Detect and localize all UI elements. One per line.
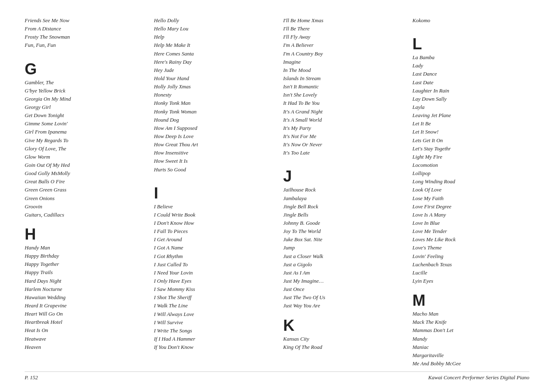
- list-item: Just a Closer Walk: [283, 252, 400, 261]
- top-songs: Hello DollyHello Mary LouHelpHelp Me Mak…: [154, 16, 271, 174]
- list-item: Mack The Knife: [413, 318, 530, 326]
- column-col3: I'll Be Home XmasI'll Be ThereI'll Fly A…: [283, 16, 400, 368]
- list-item: Goin Out Of My Hed: [25, 161, 142, 169]
- list-item: Imagine: [283, 58, 400, 66]
- top-songs: Kokomo: [413, 16, 530, 25]
- list-item: I'll Fly Away: [283, 33, 400, 41]
- list-item: Just My Imagine…: [283, 277, 400, 285]
- list-item: Heartbreak Hotel: [25, 318, 142, 326]
- top-songs: Friends See Me NowFrom A DistanceFrosty …: [25, 16, 142, 50]
- list-item: Laughter In Rain: [413, 87, 530, 95]
- section-header-m: M: [413, 293, 530, 308]
- list-item: La Bamba: [413, 53, 530, 62]
- list-item: Just As I Am: [283, 269, 400, 277]
- list-item: Harlem Nocturne: [25, 285, 142, 293]
- list-item: Fun, Fun, Fun: [25, 41, 142, 49]
- list-item: Give My Regards To: [25, 136, 142, 145]
- page: Friends See Me NowFrom A DistanceFrosty …: [0, 0, 554, 388]
- section-header-i: I: [154, 185, 271, 201]
- list-item: I Get Around: [154, 235, 271, 244]
- list-item: Love's Theme: [413, 244, 530, 252]
- list-item: G'bye Yellow Brick: [25, 87, 142, 95]
- list-item: It's My Party: [283, 124, 400, 132]
- list-item: Macho Man: [413, 310, 530, 318]
- list-item: I Need Your Lovin: [154, 269, 271, 277]
- list-item: I Only Have Eyes: [154, 277, 271, 285]
- list-item: I'm A Believer: [283, 41, 400, 49]
- list-item: In The Mood: [283, 66, 400, 74]
- list-item: I Will Survive: [154, 318, 271, 327]
- list-item: How Deep Is Love: [154, 132, 271, 141]
- list-item: It's Not For Me: [283, 132, 400, 141]
- list-item: Jailhouse Rock: [283, 186, 400, 194]
- column-col4: KokomoLLa BambaLadyLast DanceLast DateLa…: [413, 16, 530, 368]
- list-item: Here's Rainy Day: [154, 58, 271, 66]
- list-item: How Insensitive: [154, 149, 271, 157]
- list-item: Heard It Grapevine: [25, 302, 142, 310]
- list-item: It's Now Or Never: [283, 141, 400, 149]
- list-item: Lovin' Feeling: [413, 252, 530, 261]
- list-item: Hawaiian Wedding: [25, 293, 142, 302]
- page-number: P. 152: [25, 374, 38, 381]
- list-item: Frosty The Snowman: [25, 33, 142, 41]
- list-item: Jingle Bell Rock: [283, 203, 400, 211]
- list-item: Hello Mary Lou: [154, 25, 271, 33]
- list-item: Just The Two Of Us: [283, 293, 400, 302]
- list-item: Love Is A Many: [413, 211, 530, 219]
- list-item: Holly Jolly Xmas: [154, 83, 271, 91]
- list-item: Leaving Jet Plane: [413, 111, 530, 120]
- list-item: I Write The Songs: [154, 327, 271, 335]
- list-item: Heaven: [25, 343, 142, 351]
- section-header-h: H: [25, 226, 142, 242]
- list-item: Handy Man: [25, 244, 142, 252]
- list-item: Help Me Make It: [154, 41, 271, 49]
- list-item: I'll Be Home Xmas: [283, 16, 400, 25]
- list-item: Hound Dog: [154, 116, 271, 124]
- list-item: Maniac: [413, 343, 530, 351]
- list-item: How Great Thou Art: [154, 141, 271, 149]
- list-item: Glory Of Love, The: [25, 145, 142, 153]
- list-item: I Got A Name: [154, 244, 271, 252]
- list-item: From A Distance: [25, 25, 142, 33]
- list-item: Heat Is On: [25, 326, 142, 334]
- list-item: Lay Down Sally: [413, 95, 530, 103]
- list-item: Mammas Don't Let: [413, 326, 530, 334]
- list-item: Great Balls O Fire: [25, 178, 142, 186]
- list-item: I Shot The Sheriff: [154, 293, 271, 302]
- list-item: Kokomo: [413, 16, 530, 25]
- list-item: Guitars, Cadillacs: [25, 211, 142, 219]
- list-item: It's Too Late: [283, 149, 400, 157]
- top-songs: I'll Be Home XmasI'll Be ThereI'll Fly A…: [283, 16, 400, 157]
- list-item: Me And Bobby McGee: [413, 360, 530, 368]
- list-item: Glow Worm: [25, 153, 142, 161]
- content-columns: Friends See Me NowFrom A DistanceFrosty …: [25, 16, 529, 368]
- list-item: Layla: [413, 103, 530, 111]
- list-item: Locomotion: [413, 161, 530, 169]
- list-item: Green Onions: [25, 194, 142, 203]
- list-item: I Could Write Book: [154, 211, 271, 219]
- list-item: Happy Together: [25, 260, 142, 268]
- list-item: Isn't She Lovely: [283, 91, 400, 99]
- list-item: If You Don't Know: [154, 343, 271, 351]
- list-item: Lets Get It On: [413, 136, 530, 145]
- list-item: Hello Dolly: [154, 16, 271, 25]
- list-item: Lucille: [413, 269, 530, 277]
- list-item: Heatwave: [25, 335, 142, 343]
- list-item: Hold Your Hand: [154, 74, 271, 83]
- list-item: Happy Trails: [25, 268, 142, 277]
- list-item: Love In Blue: [413, 219, 530, 227]
- list-item: Heart Will Go On: [25, 310, 142, 318]
- list-item: Last Date: [413, 78, 530, 87]
- list-item: Groovin: [25, 203, 142, 211]
- list-item: I Got Rhythm: [154, 252, 271, 261]
- list-item: Gimme Some Lovin': [25, 120, 142, 128]
- list-item: I Don't Know How: [154, 219, 271, 227]
- list-item: Lady: [413, 62, 530, 70]
- list-item: Hard Days Night: [25, 277, 142, 285]
- list-item: Just Once: [283, 285, 400, 293]
- list-item: Just a Gigolo: [283, 261, 400, 269]
- list-item: How Am I Supposed: [154, 124, 271, 132]
- list-item: Happy Birthday: [25, 252, 142, 260]
- list-item: Let It Be: [413, 120, 530, 128]
- list-item: Lollipop: [413, 169, 530, 178]
